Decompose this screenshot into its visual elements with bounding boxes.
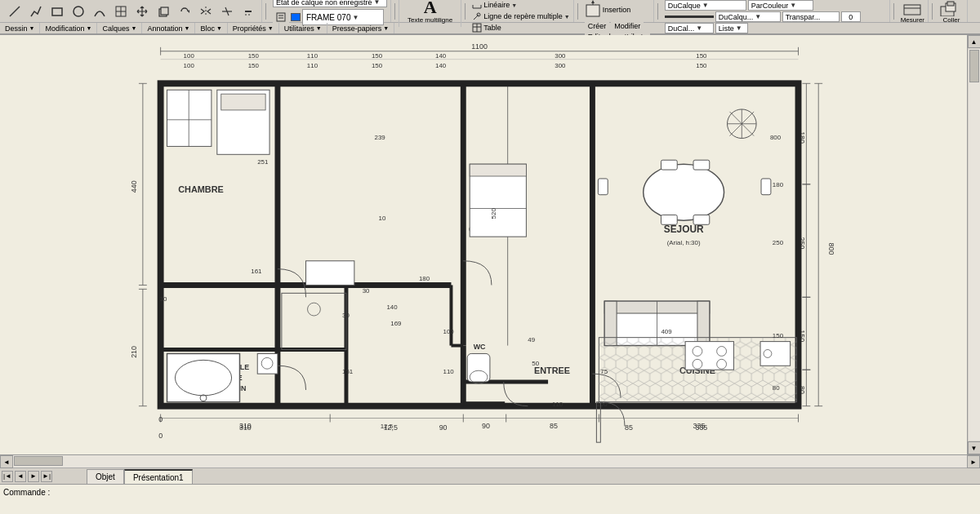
polyline-tool[interactable] bbox=[26, 2, 46, 20]
ducalque-dropdown[interactable]: DuCalque ▼ bbox=[665, 0, 746, 11]
svg-text:SEJOUR: SEJOUR bbox=[664, 224, 704, 235]
menu-modification[interactable]: Modification ▼ bbox=[40, 23, 97, 33]
menu-dessin-label: Dessin bbox=[5, 24, 28, 33]
scroll-track-right[interactable] bbox=[969, 49, 980, 441]
tab-nav-last[interactable]: ►| bbox=[41, 471, 52, 482]
move-tool[interactable] bbox=[132, 2, 152, 20]
menu-calques[interactable]: Calques ▼ bbox=[97, 23, 142, 33]
separator4 bbox=[577, 3, 578, 20]
svg-text:85: 85 bbox=[550, 422, 558, 430]
menu-proprietes-arrow-icon: ▼ bbox=[268, 25, 274, 31]
tab-objet[interactable]: Objet bbox=[87, 469, 124, 484]
transpar-value[interactable]: 0 bbox=[841, 11, 861, 22]
scroll-down-btn[interactable]: ▼ bbox=[968, 441, 981, 454]
trim-tool[interactable] bbox=[217, 2, 237, 20]
svg-text:180: 180 bbox=[419, 275, 430, 282]
ligne-repere-arrow-icon: ▼ bbox=[564, 14, 570, 20]
offset-tool[interactable] bbox=[238, 2, 258, 20]
menu-bloc-label: Bloc bbox=[200, 24, 215, 33]
svg-text:110: 110 bbox=[307, 52, 318, 60]
svg-rect-25 bbox=[586, 5, 599, 16]
line-tool[interactable] bbox=[5, 2, 24, 20]
tab-nav-next[interactable]: ► bbox=[28, 471, 39, 482]
scroll-thumb-bottom[interactable] bbox=[14, 456, 63, 466]
svg-rect-125 bbox=[693, 215, 710, 224]
svg-rect-169 bbox=[760, 342, 791, 366]
svg-text:75: 75 bbox=[600, 368, 608, 375]
menu-utilitaires[interactable]: Utilitaires ▼ bbox=[279, 23, 327, 33]
creer-btn[interactable]: Créer bbox=[585, 20, 610, 31]
rect-tool[interactable] bbox=[47, 2, 67, 20]
menu-proprietes[interactable]: Propriétés ▼ bbox=[228, 23, 279, 33]
svg-rect-1 bbox=[52, 8, 62, 16]
mesurer-label: Mesurer bbox=[901, 16, 924, 24]
parcouleur-label: ParCouleur bbox=[751, 2, 789, 10]
scroll-track-bottom[interactable] bbox=[13, 455, 967, 467]
menu-utilitaires-label: Utilitaires bbox=[284, 24, 314, 33]
copy-tool[interactable] bbox=[154, 2, 173, 20]
mesurer-btn-group[interactable]: Mesurer bbox=[901, 0, 924, 24]
ducalque-arrow-icon: ▼ bbox=[702, 2, 709, 9]
svg-rect-32 bbox=[947, 2, 954, 6]
svg-text:100: 100 bbox=[184, 52, 195, 60]
arc-tool[interactable] bbox=[90, 2, 109, 20]
menu-presse-papiers-label: Presse-papiers bbox=[332, 24, 382, 33]
frame-dropdown-arrow-icon: ▼ bbox=[352, 14, 359, 21]
hatch-tool[interactable] bbox=[111, 2, 131, 20]
transpar-dropdown[interactable]: Transpar... bbox=[782, 11, 840, 22]
circle-tool[interactable] bbox=[69, 2, 88, 20]
tab-nav-first[interactable]: |◄ bbox=[2, 471, 13, 482]
ducalqu2-arrow-icon: ▼ bbox=[755, 13, 761, 20]
scroll-thumb-right[interactable] bbox=[969, 50, 979, 82]
ducalque-label: DuCalque bbox=[668, 2, 701, 10]
scroll-left-btn[interactable]: ◄ bbox=[0, 455, 13, 468]
menu-presse-papiers[interactable]: Presse-papiers ▼ bbox=[327, 23, 394, 33]
svg-line-0 bbox=[10, 7, 20, 16]
svg-point-2 bbox=[74, 7, 83, 16]
svg-text:250: 250 bbox=[773, 239, 784, 246]
menu-dessin[interactable]: Dessin ▼ bbox=[0, 23, 40, 33]
frame-value-label: FRAME 070 bbox=[306, 13, 350, 22]
bottom-scrollbar-area: ◄ ► bbox=[0, 454, 980, 467]
svg-text:150: 150 bbox=[372, 52, 383, 60]
calque-settings-btn[interactable] bbox=[273, 11, 289, 24]
drawing-canvas[interactable]: 1100 100 150 110 150 140 300 150 100 150… bbox=[0, 35, 967, 454]
text-multiline-btn[interactable]: A Texte multiligne bbox=[406, 0, 454, 25]
mirror-tool[interactable] bbox=[196, 2, 216, 20]
menu-annotation[interactable]: Annotation ▼ bbox=[142, 23, 195, 33]
command-input[interactable] bbox=[53, 488, 977, 497]
rotate-tool[interactable] bbox=[175, 2, 194, 20]
svg-text:30: 30 bbox=[342, 312, 350, 319]
svg-text:161: 161 bbox=[251, 268, 261, 275]
scroll-up-btn[interactable]: ▲ bbox=[968, 35, 981, 48]
svg-text:169: 169 bbox=[390, 320, 402, 327]
menu-bloc[interactable]: Bloc ▼ bbox=[195, 23, 227, 33]
ducal3-label: DuCal... bbox=[668, 24, 695, 33]
big-a-icon: A bbox=[424, 0, 437, 16]
svg-text:12,5: 12,5 bbox=[381, 423, 394, 430]
svg-rect-149 bbox=[467, 353, 490, 382]
tab-presentation1[interactable]: Présentation1 bbox=[124, 469, 193, 484]
scroll-right-btn[interactable]: ► bbox=[967, 455, 980, 468]
tab-nav-prev[interactable]: ◄ bbox=[15, 471, 26, 482]
annotation-section: A Texte multiligne bbox=[399, 0, 461, 27]
dimension-linear-icon bbox=[472, 0, 482, 10]
calque-state-dropdown[interactable]: Etat de calque non enregistré ▼ bbox=[273, 0, 387, 7]
ducal3-dropdown[interactable]: DuCal... ▼ bbox=[665, 23, 714, 33]
menu-modification-arrow-icon: ▼ bbox=[86, 25, 91, 31]
svg-text:110: 110 bbox=[552, 401, 564, 408]
modifier-btn[interactable]: Modifier bbox=[611, 20, 644, 31]
separator2 bbox=[394, 3, 395, 20]
svg-text:140: 140 bbox=[386, 304, 398, 311]
svg-text:90: 90 bbox=[439, 423, 448, 432]
svg-rect-123 bbox=[693, 160, 710, 170]
coller-btn-group[interactable]: Coller bbox=[939, 0, 964, 24]
svg-text:151: 151 bbox=[342, 368, 353, 375]
tab-objet-label: Objet bbox=[96, 472, 115, 481]
parcouleur-dropdown[interactable]: ParCouleur ▼ bbox=[748, 0, 813, 11]
scroll-down-icon: ▼ bbox=[971, 445, 978, 452]
ducalqu2-dropdown[interactable]: DuCalqu... ▼ bbox=[715, 11, 781, 22]
lineaire-arrow-icon: ▼ bbox=[511, 2, 517, 8]
liste-dropdown[interactable]: Liste ▼ bbox=[715, 23, 748, 33]
menu-modification-label: Modification bbox=[45, 24, 84, 33]
